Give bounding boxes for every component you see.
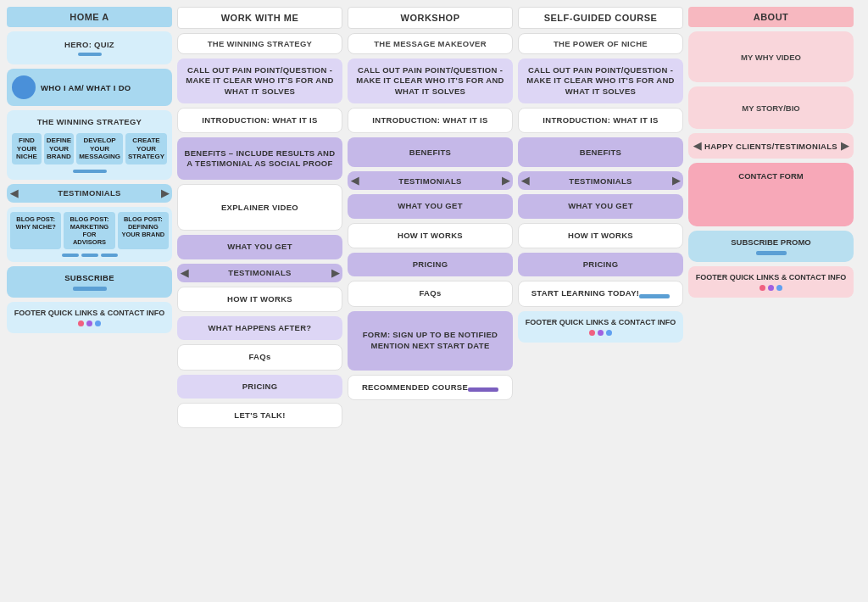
work-faqs: FAQs xyxy=(177,344,342,370)
strategy-title: THE WINNING STRATEGY xyxy=(12,117,167,126)
strategy-item-3: DEVELOP YOUR MESSAGING xyxy=(76,133,123,164)
self-start-learning-label: START LEARNING TODAY! xyxy=(531,288,640,298)
workshop-what-you-get: WHAT YOU GET xyxy=(348,194,513,218)
self-how-it-works: HOW IT WORKS xyxy=(518,223,683,248)
blog-dashes xyxy=(10,254,169,257)
work-testimonials-row[interactable]: ◀ TESTIMONIALS ▶ xyxy=(177,264,342,282)
self-testimonials-row[interactable]: ◀ TESTIMONIALS ▶ xyxy=(518,171,683,190)
column-about: ABOUT MY WHY VIDEO MY STORY/BIO ◀ HAPPY … xyxy=(688,7,854,595)
work-header: WORK WITH ME xyxy=(177,7,342,29)
subscribe-label: SUBSCRIBE xyxy=(12,273,167,282)
about-prev-arrow-icon[interactable]: ◀ xyxy=(693,140,701,152)
work-next-arrow-icon[interactable]: ▶ xyxy=(331,267,339,279)
about-next-arrow-icon[interactable]: ▶ xyxy=(841,140,849,152)
workshop-call-out: CALL OUT PAIN POINT/QUESTION - MAKE IT C… xyxy=(348,59,513,103)
self-guided-header: SELF-GUIDED COURSE xyxy=(518,7,683,29)
about-contact-form: CONTACT FORM xyxy=(688,163,854,226)
dot-1 xyxy=(760,285,765,291)
blog-item-3: BLOG POST: DEFINING YOUR BRAND xyxy=(118,212,169,249)
hero-quiz-dash xyxy=(12,53,167,56)
home-footer-card: FOOTER QUICK LINKS & CONTACT INFO xyxy=(7,302,172,333)
dot-1 xyxy=(78,321,84,326)
blog-posts-card: BLOG POST: WHY NICHE? BLOG POST: MARKETI… xyxy=(7,207,172,262)
workshop-message-makeover: THE MESSAGE MAKEOVER xyxy=(348,33,513,54)
subscribe-dash xyxy=(12,287,167,291)
subscribe-card: SUBSCRIBE xyxy=(7,266,172,298)
self-footer-dots xyxy=(523,330,678,336)
testimonials-label: TESTIMONIALS xyxy=(58,188,120,198)
home-footer-label: FOOTER QUICK LINKS & CONTACT INFO xyxy=(14,309,164,317)
workshop-header: WORKSHOP xyxy=(348,7,513,29)
column-self-guided: SELF-GUIDED COURSE THE POWER OF NICHE CA… xyxy=(518,7,683,595)
dash-1 xyxy=(62,254,79,257)
hero-quiz-label: HERO: QUIZ xyxy=(64,40,114,49)
work-winning-strategy: THE WINNING STRATEGY xyxy=(177,33,342,54)
subscribe-promo-label: SUBSCRIBE PROMO xyxy=(731,237,810,247)
self-pricing: PRICING xyxy=(518,253,683,276)
workshop-recommended-course: RECOMMENDED COURSE xyxy=(348,375,513,400)
self-what-you-get: WHAT YOU GET xyxy=(518,194,683,218)
prev-arrow-icon[interactable]: ◀ xyxy=(10,187,18,199)
work-explainer-video: EXPLAINER VIDEO xyxy=(177,184,342,231)
about-subscribe-promo: SUBSCRIBE PROMO xyxy=(688,231,854,262)
about-footer-label: FOOTER QUICK LINKS & CONTACT INFO xyxy=(696,273,846,281)
dot-2 xyxy=(86,321,92,326)
column-work: WORK WITH ME THE WINNING STRATEGY CALL O… xyxy=(177,7,342,595)
workshop-how-it-works: HOW IT WORKS xyxy=(348,223,513,248)
about-happy-clients-label: HAPPY CLIENTS/TESTIMONIALS xyxy=(704,142,837,151)
blog-items: BLOG POST: WHY NICHE? BLOG POST: MARKETI… xyxy=(10,212,169,249)
self-testimonials-label: TESTIMONIALS xyxy=(569,176,632,186)
who-i-am-label: WHO I AM/ WHAT I DO xyxy=(41,83,131,92)
start-learning-dash xyxy=(639,294,670,298)
self-footer-card: FOOTER QUICK LINKS & CONTACT INFO xyxy=(518,311,683,343)
work-what-you-get: WHAT YOU GET xyxy=(177,235,342,259)
workshop-faqs: FAQs xyxy=(348,281,513,306)
testimonials-row[interactable]: ◀ TESTIMONIALS ▶ xyxy=(7,184,172,203)
strategy-item-4: CREATE YOUR STRATEGY xyxy=(125,133,167,164)
recommended-course-label: RECOMMENDED COURSE xyxy=(362,382,468,393)
dash-indicator xyxy=(73,170,107,173)
dot-1 xyxy=(589,330,595,336)
work-testimonials-label: TESTIMONIALS xyxy=(228,268,291,277)
strategy-dash xyxy=(12,170,167,173)
about-my-story: MY STORY/BIO xyxy=(688,86,854,129)
dash-indicator xyxy=(73,287,107,291)
work-call-out: CALL OUT PAIN POINT/QUESTION - MAKE IT C… xyxy=(177,59,342,103)
workshop-testimonials-label: TESTIMONIALS xyxy=(398,176,461,186)
recommended-dash xyxy=(468,387,498,392)
page-wrapper: HOME A HERO: QUIZ WHO I AM/ WHAT I DO TH… xyxy=(0,0,868,602)
about-header: ABOUT xyxy=(688,7,854,27)
workshop-next-arrow-icon[interactable]: ▶ xyxy=(502,175,509,187)
self-introduction: INTRODUCTION: WHAT IT IS xyxy=(518,108,683,133)
workshop-form-sign-up: FORM: SIGN UP TO BE NOTIFIED MENTION NEX… xyxy=(348,311,513,371)
dot-2 xyxy=(598,330,604,336)
subscribe-promo-dash xyxy=(756,251,787,255)
work-benefits: BENEFITS – INCLUDE RESULTS AND A TESTIMO… xyxy=(177,137,342,180)
work-prev-arrow-icon[interactable]: ◀ xyxy=(181,267,188,279)
dash-2 xyxy=(81,254,98,257)
workshop-prev-arrow-icon[interactable]: ◀ xyxy=(351,175,359,187)
who-i-am-card: WHO I AM/ WHAT I DO xyxy=(7,69,172,106)
self-next-arrow-icon[interactable]: ▶ xyxy=(672,175,680,187)
blog-item-1: BLOG POST: WHY NICHE? xyxy=(10,212,61,249)
about-happy-clients-row[interactable]: ◀ HAPPY CLIENTS/TESTIMONIALS ▶ xyxy=(688,133,854,159)
dash-indicator xyxy=(78,53,102,56)
strategy-item-2: DEFINE YOUR BRAND xyxy=(44,133,74,164)
self-power-of-niche: THE POWER OF NICHE xyxy=(518,33,683,54)
self-footer-label: FOOTER QUICK LINKS & CONTACT INFO xyxy=(526,318,676,326)
strategy-item-1: FIND YOUR NICHE xyxy=(12,133,42,164)
work-how-it-works: HOW IT WORKS xyxy=(177,287,342,312)
dot-3 xyxy=(95,321,101,326)
next-arrow-icon[interactable]: ▶ xyxy=(161,187,169,199)
self-benefits: BENEFITS xyxy=(518,137,683,167)
workshop-introduction: INTRODUCTION: WHAT IT IS xyxy=(348,108,513,133)
dot-2 xyxy=(768,285,774,291)
about-footer-dots xyxy=(693,285,849,291)
self-call-out: CALL OUT PAIN POINT/QUESTION - MAKE IT C… xyxy=(518,59,683,103)
self-prev-arrow-icon[interactable]: ◀ xyxy=(521,175,529,187)
work-what-happens-after: WHAT HAPPENS AFTER? xyxy=(177,316,342,340)
workshop-testimonials-row[interactable]: ◀ TESTIMONIALS ▶ xyxy=(348,171,513,190)
who-circle-icon xyxy=(12,75,36,99)
winning-strategy-card: THE WINNING STRATEGY FIND YOUR NICHE DEF… xyxy=(7,110,172,180)
home-header: HOME A xyxy=(7,7,172,27)
